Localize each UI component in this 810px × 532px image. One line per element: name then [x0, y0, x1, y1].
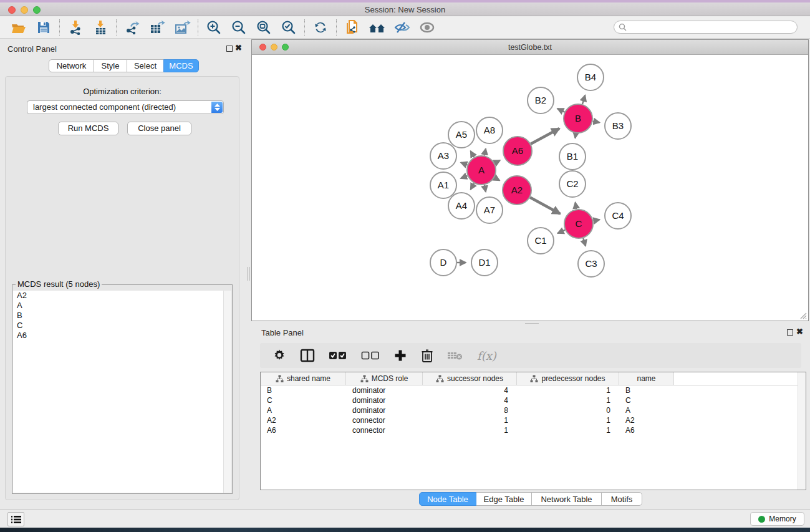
zoom-fit-icon[interactable] [251, 18, 276, 37]
graph-edge-C-C2[interactable] [576, 203, 577, 210]
close-panel-button[interactable]: Close panel [127, 122, 191, 135]
graph-node-C4[interactable]: C4 [605, 203, 631, 229]
mcds-result-item[interactable]: B [13, 311, 231, 321]
graph-node-A3[interactable]: A3 [430, 143, 456, 169]
add-column-icon[interactable] [393, 347, 407, 364]
search-input[interactable] [614, 21, 798, 34]
open-file-icon[interactable] [6, 18, 31, 37]
delete-table-icon[interactable] [447, 347, 463, 364]
column-header-MCDS-role[interactable]: MCDS role [346, 372, 423, 385]
first-neighbors-icon[interactable] [365, 18, 390, 37]
graph-edge-A2-C[interactable] [530, 198, 560, 214]
graph-edge-A-A3[interactable] [461, 163, 467, 165]
memory-button[interactable]: Memory [750, 512, 804, 526]
hide-selected-icon[interactable] [390, 18, 415, 37]
graph-edge-B-B4[interactable] [582, 95, 585, 104]
apply-layout-icon[interactable] [308, 18, 333, 37]
vertical-splitter-handle[interactable] [247, 267, 250, 281]
mcds-result-list[interactable]: A2ABCA6 [13, 291, 231, 493]
resize-grip-icon[interactable] [798, 311, 807, 319]
mcds-result-item[interactable]: A [13, 301, 231, 311]
graph-node-C[interactable]: C [564, 210, 593, 238]
graph-node-C2[interactable]: C2 [559, 171, 586, 197]
close-panel-icon[interactable]: ✖ [235, 43, 242, 52]
tab-network-table[interactable]: Network Table [531, 492, 602, 506]
graph-edge-C-C1[interactable] [557, 230, 565, 233]
export-table-icon[interactable] [145, 18, 170, 37]
graph-edge-A-A8[interactable] [485, 148, 486, 155]
function-builder-icon[interactable]: f(x) [477, 347, 496, 364]
graph-node-D[interactable]: D [430, 249, 456, 276]
graph-edge-A6-B[interactable] [531, 128, 559, 144]
table-float-panel-icon[interactable] [787, 329, 793, 336]
task-history-button[interactable] [7, 512, 24, 526]
graph-edge-A-A5[interactable] [471, 151, 475, 157]
import-network-icon[interactable] [63, 18, 88, 37]
graph-edge-A-A1[interactable] [461, 176, 468, 178]
graph-node-D1[interactable]: D1 [471, 249, 498, 276]
graph-node-A5[interactable]: A5 [448, 122, 475, 148]
zoom-in-icon[interactable] [201, 18, 226, 37]
tab-network[interactable]: Network [49, 59, 94, 72]
export-network-icon[interactable] [120, 18, 145, 37]
graph-edge-A-A2[interactable] [494, 178, 499, 181]
graph-node-B3[interactable]: B3 [605, 113, 631, 139]
zoom-selected-icon[interactable] [276, 18, 301, 37]
zoom-out-icon[interactable] [226, 18, 251, 37]
settings-gear-icon[interactable] [272, 347, 286, 364]
result-list-scrollbar[interactable] [223, 291, 231, 493]
save-session-icon[interactable] [31, 18, 56, 37]
graph-edge-A-A4[interactable] [471, 183, 475, 190]
graph-edge-B-B2[interactable] [557, 109, 564, 112]
deselect-all-checks-icon[interactable] [361, 347, 380, 364]
table-row[interactable]: A6connector11A6 [261, 425, 806, 435]
delete-column-icon[interactable] [421, 347, 433, 364]
graph-edge-B-B1[interactable] [575, 133, 576, 138]
run-mcds-button[interactable]: Run MCDS [58, 122, 118, 135]
graph-node-C3[interactable]: C3 [578, 251, 604, 277]
column-header-successor-nodes[interactable]: successor nodes [423, 372, 517, 385]
criterion-select[interactable]: largest connected component (directed) [27, 100, 224, 114]
graph-node-A6[interactable]: A6 [503, 137, 532, 165]
table-row[interactable]: Bdominator41B [261, 385, 806, 395]
tab-mcds[interactable]: MCDS [163, 59, 199, 72]
graph-edge-A-A6[interactable] [494, 160, 500, 163]
graph-node-A4[interactable]: A4 [448, 193, 475, 219]
graph-edge-A-A7[interactable] [485, 185, 486, 192]
graph-node-C1[interactable]: C1 [528, 228, 554, 254]
graph-node-A7[interactable]: A7 [476, 197, 503, 223]
tab-motifs[interactable]: Motifs [601, 492, 642, 506]
table-close-panel-icon[interactable]: ✖ [796, 327, 803, 336]
graph-node-B4[interactable]: B4 [577, 64, 604, 90]
table-row[interactable]: A2connector11A2 [261, 415, 806, 425]
column-header-name[interactable]: name [619, 372, 674, 385]
network-canvas[interactable]: B4B2BB3A5A8A6B1A3AA1C2A2A4A7C4CC1DD1C3 [252, 56, 808, 321]
select-all-checks-icon[interactable] [329, 347, 347, 364]
graph-node-A[interactable]: A [467, 156, 496, 185]
float-panel-icon[interactable] [226, 46, 233, 52]
show-all-icon[interactable] [415, 18, 440, 37]
column-view-icon[interactable] [300, 347, 315, 364]
tab-node-table[interactable]: Node Table [419, 492, 476, 506]
network-graph[interactable]: B4B2BB3A5A8A6B1A3AA1C2A2A4A7C4CC1DD1C3 [252, 56, 808, 321]
column-header-predecessor-nodes[interactable]: predecessor nodes [517, 372, 619, 385]
table-row[interactable]: Cdominator41C [261, 395, 806, 405]
export-image-icon[interactable] [170, 18, 195, 37]
graph-node-B[interactable]: B [564, 104, 592, 133]
graph-node-A2[interactable]: A2 [503, 176, 531, 205]
table-scrollbar[interactable] [798, 372, 806, 490]
tab-select[interactable]: Select [127, 59, 164, 72]
tab-edge-table[interactable]: Edge Table [476, 492, 532, 506]
graph-node-B2[interactable]: B2 [528, 87, 554, 114]
mcds-result-item[interactable]: C [13, 321, 231, 331]
table-row[interactable]: Adominator80A [261, 405, 806, 415]
import-table-icon[interactable] [88, 18, 113, 37]
graph-node-A1[interactable]: A1 [430, 172, 456, 198]
tab-style[interactable]: Style [94, 59, 127, 72]
graph-edge-C-C4[interactable] [594, 220, 600, 221]
graph-edge-C-C3[interactable] [583, 238, 586, 246]
graph-node-B1[interactable]: B1 [559, 143, 586, 170]
new-network-from-selection-icon[interactable] [340, 18, 365, 37]
column-header-shared-name[interactable]: shared name [261, 372, 346, 385]
mcds-result-item[interactable]: A6 [13, 331, 231, 341]
